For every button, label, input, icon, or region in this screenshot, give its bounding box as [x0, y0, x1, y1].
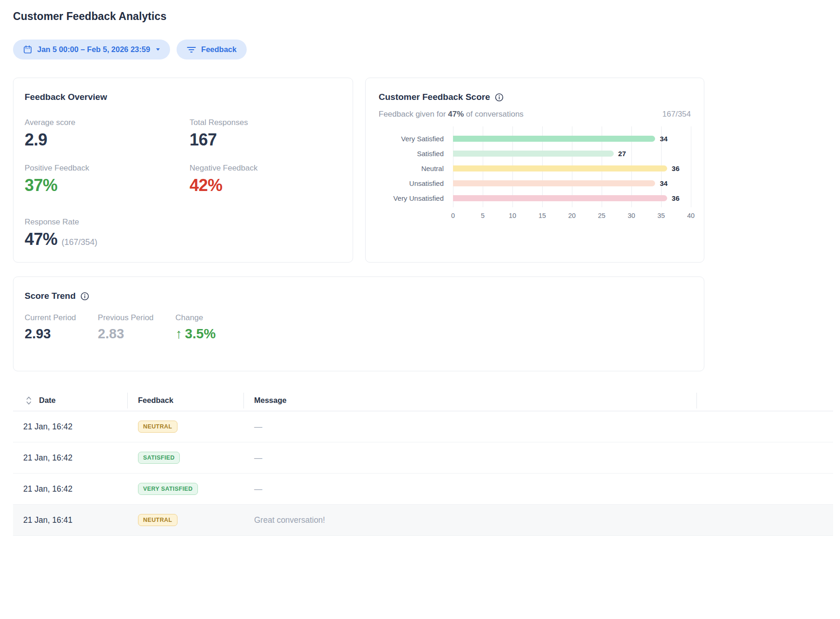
cell-feedback: VERY SATISFIED	[128, 483, 244, 495]
column-header-date: Date	[13, 393, 128, 408]
bar	[453, 165, 667, 171]
stat-total-responses: Total Responses 167	[190, 118, 341, 150]
column-header-feedback: Feedback	[128, 393, 244, 408]
trend-card-title: Score Trend	[25, 291, 693, 301]
cell-date: 21 Jan, 16:41	[13, 515, 128, 525]
bar-row-very-unsatisfied: Very Unsatisfied 36	[379, 191, 691, 205]
cell-message: —	[244, 422, 697, 432]
overview-card-title: Feedback Overview	[25, 92, 341, 102]
info-icon[interactable]	[80, 292, 89, 301]
stat-value: 37%	[25, 176, 190, 195]
cell-message: —	[244, 453, 697, 463]
bar-row-very-satisfied: Very Satisfied 34	[379, 131, 691, 146]
chart-x-axis: 0510152025303540	[453, 212, 691, 226]
filter-icon	[187, 46, 196, 53]
cell-date: 21 Jan, 16:42	[13, 422, 128, 432]
cell-message: —	[244, 484, 697, 494]
stat-change: Change ↑3.5%	[176, 313, 216, 342]
bar-row-unsatisfied: Unsatisfied 34	[379, 176, 691, 191]
response-rate-detail: (167/354)	[62, 237, 98, 247]
cell-message: Great conversation!	[244, 515, 697, 525]
bar-value: 27	[618, 150, 626, 158]
toolbar: Jan 5 00:00 – Feb 5, 2026 23:59 Feedback	[13, 40, 827, 59]
stat-value: 167	[190, 130, 341, 150]
table-row[interactable]: 21 Jan, 16:42 VERY SATISFIED —	[13, 474, 833, 505]
cell-feedback: NEUTRAL	[128, 514, 244, 526]
score-subtitle-row: Feedback given for 47% of conversations …	[379, 110, 691, 119]
top-cards-row: Feedback Overview Average score 2.9 Tota…	[13, 78, 704, 263]
bar-row-satisfied: Satisfied 27	[379, 146, 691, 161]
score-subtitle: Feedback given for 47% of conversations	[379, 110, 524, 119]
bar	[453, 195, 667, 201]
bar-value: 34	[660, 179, 668, 187]
feedback-badge: NEUTRAL	[138, 421, 177, 433]
cell-date: 21 Jan, 16:42	[13, 484, 128, 494]
score-ratio: 167/354	[663, 110, 691, 119]
feedback-overview-card: Feedback Overview Average score 2.9 Tota…	[13, 78, 353, 263]
calendar-icon	[23, 45, 32, 54]
table-row[interactable]: 21 Jan, 16:42 SATISFIED —	[13, 442, 833, 474]
cell-feedback: SATISFIED	[128, 452, 244, 464]
bar	[453, 180, 655, 186]
bar	[453, 151, 614, 157]
info-icon[interactable]	[495, 93, 504, 102]
feedback-score-card: Customer Feedback Score Feedback given f…	[365, 78, 704, 263]
page-title: Customer Feedback Analytics	[13, 10, 827, 23]
sort-icon[interactable]	[25, 395, 33, 406]
stat-positive-feedback: Positive Feedback 37%	[25, 164, 190, 195]
trend-stats: Current Period 2.93 Previous Period 2.83…	[25, 313, 693, 342]
stat-response-rate: Response Rate 47%(167/354)	[25, 217, 341, 249]
stat-negative-feedback: Negative Feedback 42%	[190, 164, 341, 195]
table-row[interactable]: 21 Jan, 16:41 NEUTRAL Great conversation…	[13, 505, 833, 536]
dashboard-page: Customer Feedback Analytics Jan 5 00:00 …	[0, 0, 840, 536]
feedback-badge: SATISFIED	[138, 452, 180, 464]
bar-value: 34	[660, 135, 668, 143]
table-row[interactable]: 21 Jan, 16:42 NEUTRAL —	[13, 411, 833, 442]
cell-date: 21 Jan, 16:42	[13, 453, 128, 463]
bar-row-neutral: Neutral 36	[379, 161, 691, 176]
feedback-badge: NEUTRAL	[138, 514, 177, 526]
score-card-title: Customer Feedback Score	[379, 92, 691, 102]
table-header: Date Feedback Message	[13, 390, 833, 411]
feedback-score-chart: Very Satisfied 34 Satisfied 27 Neutral 3…	[379, 131, 691, 226]
stat-value: 47%(167/354)	[25, 230, 341, 249]
score-trend-card: Score Trend Current Period 2.93 Previous…	[13, 277, 704, 371]
feedback-filter-button[interactable]: Feedback	[177, 40, 247, 59]
column-header-message: Message	[244, 393, 697, 408]
stat-value: 42%	[190, 176, 341, 195]
bar-value: 36	[672, 165, 680, 172]
stat-current-period: Current Period 2.93	[25, 313, 76, 342]
arrow-up-icon: ↑	[176, 326, 183, 342]
cell-feedback: NEUTRAL	[128, 421, 244, 433]
date-range-button[interactable]: Jan 5 00:00 – Feb 5, 2026 23:59	[13, 40, 170, 59]
overview-stats: Average score 2.9 Total Responses 167 Po…	[25, 118, 341, 249]
stat-value: 2.9	[25, 130, 190, 150]
column-header-empty	[697, 393, 833, 408]
stat-average-score: Average score 2.9	[25, 118, 190, 150]
feedback-badge: VERY SATISFIED	[138, 483, 198, 495]
date-range-label: Jan 5 00:00 – Feb 5, 2026 23:59	[37, 45, 150, 54]
bar	[453, 136, 655, 142]
feedback-table: Date Feedback Message 21 Jan, 16:42 NEUT…	[13, 390, 833, 536]
chevron-down-icon	[156, 48, 160, 51]
bar-value: 36	[672, 194, 680, 202]
stat-previous-period: Previous Period 2.83	[98, 313, 154, 342]
feedback-filter-label: Feedback	[201, 45, 236, 54]
